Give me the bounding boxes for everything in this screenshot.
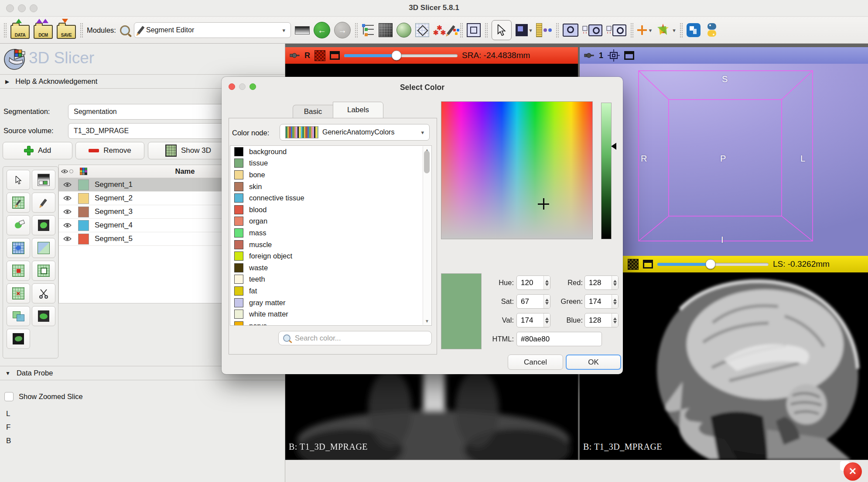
effect-erase-button[interactable] (7, 215, 30, 235)
maximize-view-icon[interactable] (643, 260, 653, 269)
val-spinbox[interactable] (516, 313, 550, 327)
python-console-icon[interactable] (704, 23, 719, 38)
module-selector-combobox[interactable]: Segment Editor ▾ (134, 22, 291, 38)
green-input[interactable] (585, 295, 612, 308)
green-spinbox[interactable] (584, 294, 619, 309)
extensions-manager-icon[interactable] (687, 23, 701, 37)
spin-buttons[interactable] (543, 276, 550, 289)
slice-intersections-icon[interactable] (656, 23, 670, 38)
segment-color-swatch[interactable] (78, 220, 89, 231)
color-label-row[interactable]: mass (230, 227, 431, 239)
effect-margin-button[interactable] (7, 261, 30, 281)
segment-visibility-toggle[interactable] (59, 209, 75, 214)
color-label-row[interactable]: teeth (230, 274, 431, 286)
color-label-row[interactable]: organ (230, 216, 431, 227)
value-slider-arrow[interactable] (611, 143, 616, 150)
segment-color-swatch[interactable] (78, 234, 89, 244)
color-label-row[interactable]: fat (230, 285, 431, 297)
show-zoomed-slice-checkbox[interactable] (4, 392, 14, 401)
val-input[interactable] (517, 313, 543, 327)
sat-input[interactable] (517, 295, 543, 308)
yellow-slice-viewport[interactable]: B: T1_3D_MPRAGE (580, 272, 868, 460)
layout-select-icon[interactable] (467, 23, 481, 37)
maximize-view-icon[interactable] (624, 51, 634, 60)
effect-grow-from-seeds-button[interactable] (32, 215, 55, 235)
add-segment-button[interactable]: Add (3, 142, 72, 159)
segment-visibility-toggle[interactable] (59, 196, 75, 201)
chevron-down-icon[interactable]: ▾ (649, 27, 652, 34)
effect-paint-button[interactable] (7, 193, 30, 213)
history-icon[interactable] (295, 26, 310, 34)
color-label-row[interactable]: foreign object (230, 250, 431, 262)
chevron-down-icon[interactable]: ▾ (673, 27, 676, 34)
remove-segment-button[interactable]: Remove (75, 142, 144, 159)
undo-button[interactable]: ← (314, 22, 330, 38)
list-scrollbar[interactable]: ▲ ▼ (423, 146, 431, 325)
picker-crosshair[interactable] (538, 198, 549, 210)
maximize-view-icon[interactable] (330, 51, 340, 60)
effect-hollow-button[interactable] (32, 261, 55, 281)
subject-hierarchy-icon[interactable] (362, 23, 375, 37)
effect-fill-between-slices-button[interactable] (7, 238, 30, 258)
segment-visibility-toggle[interactable] (59, 236, 75, 241)
color-search-field[interactable] (278, 331, 432, 345)
scrollbar-thumb[interactable] (424, 151, 430, 173)
yellow-slice-offset-slider[interactable] (657, 263, 769, 266)
red-input[interactable] (585, 276, 612, 289)
hue-input[interactable] (517, 276, 543, 289)
slice-intersections-toggle-icon[interactable] (314, 50, 325, 61)
scene-view-restore-button[interactable] (606, 24, 626, 36)
effect-logical-operators-button[interactable] (7, 306, 30, 326)
color-label-row[interactable]: bone (230, 169, 431, 181)
segment-color-swatch[interactable] (78, 179, 89, 190)
dicom-button[interactable]: DCM (34, 25, 53, 39)
segment-color-swatch[interactable] (78, 193, 89, 204)
blue-input[interactable] (585, 313, 612, 327)
effect-brain-mask-button[interactable] (7, 329, 30, 349)
color-label-row[interactable]: background (230, 146, 431, 158)
volume-rendering-cube-icon[interactable] (379, 23, 393, 37)
module-history-tool[interactable] (536, 23, 552, 37)
crosshair-icon[interactable] (637, 25, 647, 35)
value-slider[interactable] (601, 103, 612, 239)
scene-view-add-button[interactable] (582, 24, 602, 36)
effect-draw-button[interactable] (32, 193, 55, 213)
segment-visibility-toggle[interactable] (59, 223, 75, 228)
effect-threshold-button[interactable] (32, 170, 55, 190)
color-label-row[interactable]: skin (230, 181, 431, 193)
window-level-tool[interactable]: ▾ (516, 24, 532, 36)
color-label-row[interactable]: connective tissue (230, 192, 431, 204)
color-label-row[interactable]: muscle (230, 239, 431, 251)
center-view-icon[interactable] (608, 49, 620, 62)
effect-mask-volume-button[interactable] (32, 306, 55, 326)
color-label-row[interactable]: nerve (230, 320, 431, 326)
html-input[interactable] (517, 334, 601, 344)
effect-scissors-button[interactable] (32, 283, 55, 303)
color-label-row[interactable]: blood (230, 204, 431, 216)
slider-handle[interactable] (391, 51, 401, 61)
blue-spinbox[interactable] (584, 313, 619, 327)
visibility-column-header[interactable] (59, 169, 75, 174)
error-close-button[interactable]: ✕ (844, 462, 862, 481)
pin-icon[interactable] (290, 52, 300, 59)
threed-viewport[interactable]: S R P L I (580, 64, 868, 256)
hue-saturation-picker[interactable] (441, 101, 593, 239)
redo-button[interactable]: → (334, 22, 351, 38)
scroll-down-arrow[interactable]: ▼ (425, 319, 429, 324)
annotations-pen-icon[interactable] (450, 25, 456, 35)
transforms-grid-icon[interactable] (415, 23, 429, 37)
segment-color-swatch[interactable] (78, 207, 89, 217)
models-sphere-icon[interactable] (396, 23, 411, 38)
screenshot-camera-icon[interactable] (563, 24, 578, 37)
sat-spinbox[interactable] (516, 294, 550, 309)
mouse-interaction-button[interactable] (492, 20, 512, 40)
color-node-combobox[interactable]: GenericAnatomyColors ▾ (280, 124, 430, 141)
effect-islands-button[interactable]: ✕ (7, 283, 30, 303)
cancel-button[interactable]: Cancel (508, 355, 563, 370)
color-label-row[interactable]: waste (230, 262, 431, 274)
search-input[interactable] (294, 334, 427, 343)
color-label-row[interactable]: tissue (230, 158, 431, 169)
html-field[interactable] (516, 332, 602, 346)
effect-smoothing-button[interactable] (32, 238, 55, 258)
red-slice-offset-slider[interactable] (344, 54, 458, 57)
